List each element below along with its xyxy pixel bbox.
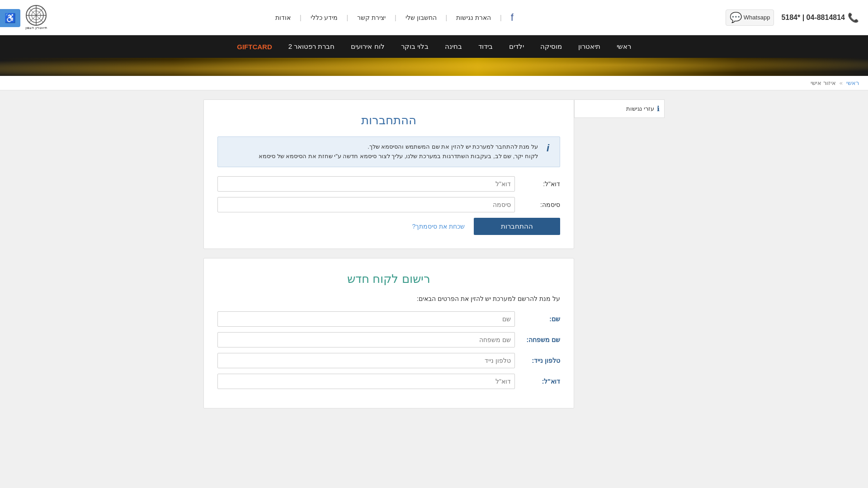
password-label: סיסמה: (519, 201, 560, 208)
nav-item-exam[interactable]: בחינה (437, 35, 470, 58)
nav-item-events[interactable]: לוח אירועים (343, 35, 392, 58)
sidebar-col: ℹ עזרי נגישות (583, 99, 665, 118)
breadcrumb-home[interactable]: ראשי (846, 80, 859, 86)
nav-link-account[interactable]: החשבון שלי (406, 14, 437, 21)
whatsapp-badge[interactable]: Whatsapp 💬 (726, 9, 774, 26)
phone-display: 📞 04-8814814 | *5184 (781, 12, 859, 23)
login-info-box: i על מנת להתחבר למערכת יש להזין את שם המ… (217, 136, 560, 167)
email-input[interactable] (217, 176, 515, 192)
last-name-row: שם משפחה: (217, 332, 560, 347)
phone-row: טלפון נייד: (217, 353, 560, 368)
nav-link-accessibility[interactable]: הארת נגישות (456, 14, 491, 21)
first-name-input[interactable] (217, 311, 515, 327)
last-name-input[interactable] (217, 332, 515, 347)
phone-icon: 📞 (848, 12, 859, 23)
phone-label: טלפון נייד: (519, 357, 560, 364)
nav-link-contact[interactable]: יצירת קשר (357, 14, 386, 21)
whatsapp-label: Whatsapp (744, 14, 770, 21)
nav-item-theater[interactable]: תיאטרון (570, 35, 609, 58)
svg-text:תיאטרון הצפון: תיאטרון הצפון (25, 26, 47, 30)
login-button[interactable]: ההתחברות (474, 218, 560, 235)
phone-number-text: 04-8814814 | *5184 (781, 14, 845, 22)
hero-banner (0, 58, 868, 76)
nav-link-general[interactable]: מידע כללי (311, 14, 338, 21)
nav-item-repertoire[interactable]: חברת רפטואר 2 (280, 35, 343, 58)
accessibility-sidebar-label: עזרי נגישות (626, 105, 654, 112)
password-input[interactable] (217, 197, 515, 212)
reg-email-input[interactable] (217, 374, 515, 389)
email-label: דוא"ל: (519, 180, 560, 188)
password-row: סיסמה: (217, 197, 560, 212)
accessibility-sidebar[interactable]: ℹ עזרי נגישות (574, 99, 665, 118)
nav-item-home[interactable]: ראשי (609, 35, 639, 58)
reg-email-label: דוא"ל: (519, 378, 560, 385)
nav-link-about[interactable]: אודות (275, 14, 291, 21)
top-bar: 📞 04-8814814 | *5184 Whatsapp 💬 f | הארת… (0, 0, 868, 35)
nav-item-isolation[interactable]: בידוד (470, 35, 501, 58)
nav-item-music[interactable]: מוסיקה (532, 35, 570, 58)
nav-item-kids[interactable]: ילדים (501, 35, 532, 58)
first-name-label: שם: (519, 315, 560, 323)
contact-info: 📞 04-8814814 | *5184 Whatsapp 💬 (726, 9, 859, 26)
login-card: ההתחברות i על מנת להתחבר למערכת יש להזין… (203, 99, 574, 249)
first-name-row: שם: (217, 311, 560, 327)
login-info-text: על מנת להתחבר למערכת יש להזין את שם המשת… (259, 142, 538, 161)
register-info-text: על מנת להרשם למערכת יש להזין את הפרטים ה… (217, 295, 560, 302)
phone-input[interactable] (217, 353, 515, 368)
reg-email-row: דוא"ל: (217, 374, 560, 389)
main-content: ℹ עזרי נגישות ההתחברות i על מנת להתחבר ל… (194, 90, 674, 427)
breadcrumb: ראשי » איזור אישי (0, 76, 868, 90)
login-form-actions: ההתחברות שכחת את סיסמתך? (217, 218, 560, 235)
register-card: רישום לקוח חדש על מנת להרשם למערכת יש לה… (203, 258, 574, 408)
login-card-title: ההתחברות (217, 113, 560, 127)
info-circle-icon: ℹ (657, 104, 660, 113)
nav-item-giftcard[interactable]: GIFTCARD (229, 35, 280, 58)
accessibility-button[interactable]: ♿ (0, 9, 20, 27)
top-nav: f | הארת נגישות | החשבון שלי | יצירת קשר… (275, 12, 514, 23)
content-layout: ℹ עזרי נגישות ההתחברות i על מנת להתחבר ל… (203, 99, 665, 418)
last-name-label: שם משפחה: (519, 336, 560, 343)
register-card-title: רישום לקוח חדש (217, 272, 560, 286)
breadcrumb-current: איזור אישי (811, 80, 836, 86)
main-nav: ראשי תיאטרון מוסיקה ילדים בידוד בחינה בל… (0, 35, 868, 58)
email-row: דוא"ל: (217, 176, 560, 192)
forgot-password-link[interactable]: שכחת את סיסמתך? (412, 223, 465, 230)
info-icon: i (543, 142, 552, 154)
whatsapp-icon: 💬 (730, 12, 742, 23)
logo-svg: תיאטרון הצפון (14, 4, 59, 31)
breadcrumb-separator: » (840, 80, 843, 86)
facebook-icon[interactable]: f (511, 12, 514, 23)
nav-item-morning[interactable]: בלוי בוקר (393, 35, 437, 58)
main-col: ההתחברות i על מנת להתחבר למערכת יש להזין… (203, 99, 574, 418)
